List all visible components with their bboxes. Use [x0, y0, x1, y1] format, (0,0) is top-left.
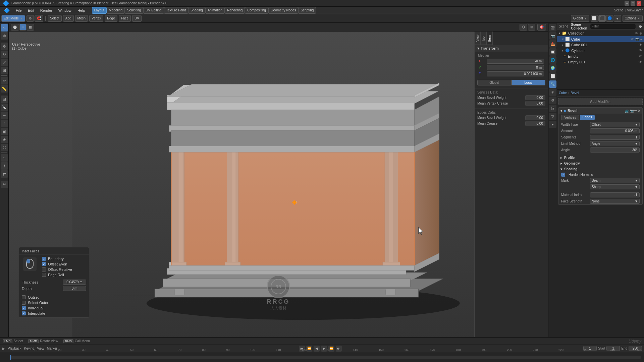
workspace-tab-geometry-nodes[interactable]: Geometry Nodes [268, 7, 299, 14]
face-select-mode[interactable]: ▦ [26, 24, 34, 31]
props-icon-world[interactable]: 🌍 [549, 64, 556, 72]
add-modifier-button[interactable]: Add Modifier [558, 98, 643, 105]
geometry-header[interactable]: ▸ Geometry [558, 161, 642, 166]
outset-checkbox[interactable] [22, 295, 26, 299]
annotate-tool[interactable]: ✏ [1, 77, 8, 84]
local-btn[interactable]: Local [512, 80, 546, 85]
solid-mode-btn[interactable]: ⬛ [598, 15, 606, 22]
x-ray-toggle[interactable]: ⊞ [528, 24, 535, 31]
props-icon-modifiers[interactable]: 🔧 [549, 80, 556, 88]
loop-cut-tool[interactable]: ⊟ [1, 96, 8, 103]
segments-value[interactable]: 1 [590, 135, 640, 140]
bevel-toggle[interactable]: ▾ [560, 109, 562, 113]
outliner-item-empty[interactable]: ⊕ Empty 👁 [557, 53, 644, 59]
x-value[interactable]: -0 m [487, 59, 544, 64]
empty001-vis[interactable]: 👁 [639, 60, 642, 64]
boundary-checkbox[interactable]: ✓ [42, 257, 46, 261]
extrude-tool[interactable]: ↑ [1, 120, 8, 127]
timeline-track[interactable]: 0 10 20 30 40 50 60 70 80 90 100 110 120… [0, 352, 644, 362]
edges-toggle[interactable]: Edges [580, 115, 595, 120]
mode-selector[interactable]: Edit Mode ▼ [1, 15, 25, 22]
props-icon-physics[interactable]: ⚙ [549, 97, 556, 104]
individual-checkbox[interactable]: ✓ [22, 306, 26, 310]
props-icon-material[interactable]: ● [549, 121, 556, 128]
transform-orientation[interactable]: Global ▼ [571, 15, 589, 22]
mean-vertex-crease-value[interactable]: 0.00 [525, 101, 545, 106]
transform-tool[interactable]: ⊞ [1, 67, 8, 74]
mesh-menu[interactable]: Mesh [75, 15, 88, 22]
bisect-tool[interactable]: ⊸ [1, 112, 8, 119]
collection-vis-eye[interactable]: 👁 [635, 32, 638, 35]
vertex-menu[interactable]: Vertex [89, 15, 103, 22]
bevel-close[interactable]: ✕ [638, 109, 640, 113]
filter-icon[interactable]: ⚙ [639, 24, 642, 29]
props-icon-constraints[interactable]: ⛓ [549, 105, 556, 112]
snap-toggle[interactable]: 🧲 [35, 15, 43, 22]
viewport[interactable]: ⬤ ━ ▦ ⬡ ⊞ 🎯 User Perspective (1) Cube [9, 23, 548, 345]
workspace-tab-animation[interactable]: Animation [205, 7, 225, 14]
width-type-select[interactable]: Offset ▼ [590, 122, 640, 127]
slide-tool[interactable]: ⇄ [1, 170, 8, 178]
gizmo-toggle[interactable]: 🎯 [537, 24, 546, 31]
minimize-button[interactable]: ─ [625, 1, 629, 6]
pivot-center[interactable]: ⊙ [26, 15, 34, 22]
edge-rail-checkbox[interactable] [42, 273, 46, 277]
outliner-item-empty001[interactable]: ⊕ Empty 001 👁 [557, 59, 644, 65]
bevel-realtime-toggle[interactable]: 📺 [625, 109, 629, 113]
collection-vis-cursor[interactable]: ⊕ [639, 32, 642, 35]
props-icon-output[interactable]: 📤 [549, 40, 556, 48]
edge-select-mode[interactable]: ━ [19, 24, 26, 31]
menu-file[interactable]: File [13, 8, 24, 13]
bevel-editmode-toggle[interactable]: ✏ [634, 109, 637, 113]
bridge-tool[interactable]: ⬡ [1, 144, 8, 151]
transform-section-header[interactable]: ▾ Transform [475, 45, 548, 52]
y-value[interactable]: 0 m [487, 65, 544, 70]
maximize-button[interactable]: □ [631, 1, 635, 6]
offset-even-checkbox[interactable]: ✓ [42, 262, 46, 266]
workspace-tab-sculpting[interactable]: Sculpting [125, 7, 143, 14]
sharp-select[interactable]: Sharp ▼ [590, 184, 640, 189]
props-icon-scene[interactable]: 🎬 [549, 24, 556, 32]
bevel-render-toggle[interactable]: 📷 [630, 109, 634, 113]
add-menu[interactable]: Add [63, 15, 74, 22]
relax-tool[interactable]: ⌇ [1, 162, 8, 170]
select-menu[interactable]: Select [48, 15, 62, 22]
menu-blender[interactable]: 🔷 [1, 7, 12, 14]
mean-crease-value[interactable]: 0.00 [525, 121, 545, 126]
props-icon-scene-props[interactable]: 🌐 [549, 56, 556, 64]
workspace-tab-scripting[interactable]: Scripting [298, 7, 316, 14]
n-tab-item[interactable]: Item [487, 32, 493, 45]
breadcrumb-cube[interactable]: Cube [559, 91, 567, 95]
knife-tool[interactable]: 🔪 [1, 104, 8, 111]
edges-mean-bevel-weight-value[interactable]: 0.00 [525, 115, 545, 120]
props-icon-particles[interactable]: ✳ [549, 88, 556, 96]
inset-tool[interactable]: ▣ [1, 128, 8, 135]
empty-vis[interactable]: 👁 [639, 54, 642, 58]
scale-tool[interactable]: ⤢ [1, 59, 8, 66]
mark-select[interactable]: Seam ▼ [590, 178, 640, 183]
cursor-tool[interactable]: ⊕ [1, 32, 8, 40]
select-outer-checkbox[interactable] [22, 301, 26, 305]
mean-bevel-weight-value[interactable]: 0.00 [525, 95, 545, 100]
menu-help[interactable]: Help [75, 8, 88, 13]
amount-value[interactable]: 0.005 m [590, 128, 640, 133]
wireframe-overlay[interactable]: ⬡ [520, 24, 527, 31]
face-menu[interactable]: Face [119, 15, 131, 22]
smooth-tool[interactable]: ~ [1, 154, 8, 162]
offset-relative-checkbox[interactable] [42, 267, 46, 272]
outliner-item-cube001[interactable]: ▸ ⬜ Cube 001 👁 [557, 42, 644, 48]
rotate-tool[interactable]: ↻ [1, 51, 8, 58]
workspace-tab-rendering[interactable]: Rendering [225, 7, 245, 14]
limit-method-select[interactable]: Angle ▼ [590, 141, 640, 146]
global-btn[interactable]: Global [477, 80, 512, 85]
workspace-tab-shading[interactable]: Shading [188, 7, 205, 14]
menu-edit[interactable]: Edit [25, 8, 37, 13]
props-icon-view-layer[interactable]: 🔲 [549, 48, 556, 56]
overlay-options[interactable]: Options ▼ [623, 15, 643, 22]
n-tab-tool[interactable]: Tool [481, 32, 487, 45]
outliner-item-collection[interactable]: ▾ 📁 Collection 👁 ⊕ [557, 30, 644, 36]
depth-value[interactable]: 0 m [63, 286, 86, 291]
workspace-tab-layout[interactable]: Layout [92, 7, 107, 14]
props-icon-object[interactable]: ⬜ [549, 72, 556, 80]
bevel-tool[interactable]: ◈ [1, 136, 8, 143]
